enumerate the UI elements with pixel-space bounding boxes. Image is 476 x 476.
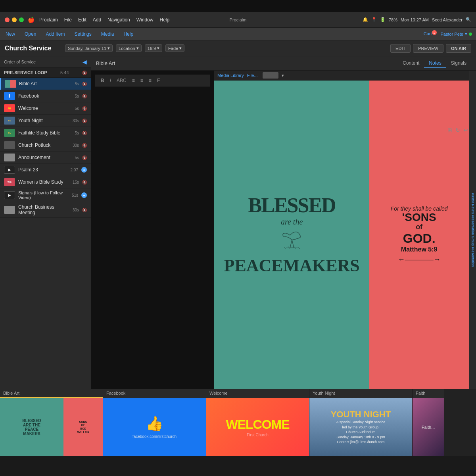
search-icon[interactable]: 🔍 bbox=[466, 17, 471, 22]
thumb-facebook[interactable]: Facebook 👍 facebook.com/firstchurch bbox=[103, 389, 206, 456]
cart-button[interactable]: Cart1 bbox=[424, 31, 437, 37]
open-button[interactable]: Open bbox=[23, 31, 38, 38]
cart-badge: 1 bbox=[432, 30, 437, 35]
abc-icon[interactable]: ABC bbox=[115, 77, 128, 84]
thumb-welcome[interactable]: Welcome WELCOME First Church bbox=[206, 389, 309, 456]
blessed-title: Blessed bbox=[224, 195, 360, 216]
menu-proclaim[interactable]: Proclaim bbox=[39, 17, 58, 23]
facebook-volume[interactable]: 🔇 bbox=[82, 94, 87, 98]
crop-icon[interactable]: ⊞ bbox=[447, 127, 452, 133]
location-dropdown[interactable]: Location ▾ bbox=[116, 44, 142, 52]
main-layout: Order of Service ◀ PRE-SERVICE LOOP 5:44… bbox=[0, 56, 476, 389]
list-icon[interactable]: ≡ bbox=[131, 77, 136, 84]
bible-art-volume[interactable]: 🔇 bbox=[82, 82, 87, 86]
file-button[interactable]: File... bbox=[247, 73, 258, 78]
potluck-volume[interactable]: 🔇 bbox=[82, 143, 87, 148]
signals-duration: 51s bbox=[72, 193, 78, 198]
thumb-youth-label: Youth Night bbox=[309, 389, 412, 398]
close-button[interactable] bbox=[5, 17, 10, 22]
sidebar-item-potluck[interactable]: Church Potluck 30s 🔇 bbox=[0, 139, 91, 152]
pastor-button[interactable]: Pastor Pete ▾ bbox=[441, 31, 472, 36]
faithlife-volume[interactable]: 🔇 bbox=[82, 131, 87, 135]
youth-night-volume[interactable]: 🔇 bbox=[82, 119, 87, 123]
undo-icon[interactable]: ↩ bbox=[463, 127, 468, 133]
business-duration: 30s bbox=[73, 208, 79, 212]
womens-bible-volume[interactable]: 🔇 bbox=[82, 180, 87, 184]
pre-service-time: 5:44 bbox=[60, 70, 69, 75]
mac-titlebar: 🍎 Proclaim File Edit Add Navigation Wind… bbox=[0, 12, 476, 28]
apple-icon: 🍎 bbox=[28, 17, 35, 23]
psalm23-circle[interactable]: ● bbox=[81, 167, 87, 173]
media-button[interactable]: Media bbox=[100, 31, 116, 38]
pre-service-volume-icon[interactable]: 🔇 bbox=[82, 71, 87, 75]
content-area: Bible Art Content Notes Signals B I ABC … bbox=[91, 56, 476, 389]
thumb-facebook-image: 👍 facebook.com/firstchurch bbox=[103, 398, 206, 456]
svg-rect-1 bbox=[10, 80, 16, 88]
welcome-volume[interactable]: 🔇 bbox=[82, 106, 87, 111]
thumb-bible-art-image: Blessedare thePeacemakers SonsofGodMatt … bbox=[0, 398, 103, 456]
media-library-button[interactable]: Media Library bbox=[217, 73, 244, 78]
preview-button[interactable]: PREVIEW bbox=[413, 44, 443, 53]
sidebar-item-announcement[interactable]: Announcement 5s 🔇 bbox=[0, 152, 91, 164]
sidebar-item-business[interactable]: Church Business Meeting 30s 🔇 bbox=[0, 202, 91, 218]
onair-button[interactable]: ON AIR bbox=[446, 44, 471, 53]
help-button[interactable]: Help bbox=[122, 31, 135, 38]
menu-edit[interactable]: Edit bbox=[78, 17, 86, 23]
maximize-button[interactable] bbox=[19, 17, 24, 22]
youth-night-name: Youth Night bbox=[18, 118, 69, 123]
sidebar-item-womens-bible[interactable]: WB Women's Bible Study 15s 🔇 bbox=[0, 176, 91, 188]
content-header: Bible Art Content Notes Signals bbox=[91, 56, 476, 71]
thumb-youth-night[interactable]: Youth Night YOUTH NIGHT A special Sunday… bbox=[309, 389, 413, 456]
italic-icon[interactable]: I bbox=[108, 77, 113, 84]
app-toolbar: New Open Add Item Settings Media Help Ca… bbox=[0, 28, 476, 40]
ratio-dropdown[interactable]: 16:9 ▾ bbox=[145, 44, 162, 52]
announcement-volume[interactable]: 🔇 bbox=[82, 155, 87, 160]
signals-circle[interactable]: ● bbox=[81, 192, 87, 198]
sidebar-item-youth-night[interactable]: YN Youth Night 30s 🔇 bbox=[0, 115, 91, 127]
sidebar-item-facebook[interactable]: f Facebook 5s 🔇 bbox=[0, 90, 91, 102]
add-item-button[interactable]: Add Item bbox=[44, 31, 66, 38]
thumb-faith[interactable]: Faith Faith... bbox=[413, 389, 444, 456]
preview-pane: Media Library File... ▾ Blessed are the bbox=[214, 71, 469, 389]
tab-content[interactable]: Content bbox=[398, 59, 424, 68]
outdent-icon[interactable]: ≡ bbox=[147, 77, 153, 84]
right-sidebar-label[interactable]: Pastor Pete's Presentation Group Present… bbox=[469, 71, 476, 389]
menu-help[interactable]: Help bbox=[159, 17, 169, 23]
service-title: Church Service bbox=[5, 45, 60, 52]
emoji-icon[interactable]: E bbox=[155, 77, 162, 84]
bold-icon[interactable]: B bbox=[99, 77, 106, 84]
date-dropdown[interactable]: Sunday, January 11 ▾ bbox=[65, 44, 113, 52]
new-button[interactable]: New bbox=[4, 31, 17, 38]
menu-navigation[interactable]: Navigation bbox=[107, 17, 130, 23]
tab-signals[interactable]: Signals bbox=[446, 59, 471, 68]
dropdown-arrow[interactable]: ▾ bbox=[282, 73, 284, 78]
thumb-bible-art[interactable]: Bible Art Blessedare thePeacemakers Sons… bbox=[0, 389, 103, 456]
preview-toolbar: Media Library File... ▾ bbox=[214, 71, 469, 81]
menu-window[interactable]: Window bbox=[136, 17, 154, 23]
menu-file[interactable]: File bbox=[64, 17, 72, 23]
notes-textarea[interactable] bbox=[95, 87, 210, 198]
sidebar-item-bible-art[interactable]: Bible Art 5s 🔇 bbox=[0, 78, 91, 90]
color-picker[interactable] bbox=[263, 72, 278, 79]
refresh-icon[interactable]: ↻ bbox=[455, 127, 460, 133]
tab-notes[interactable]: Notes bbox=[424, 59, 446, 68]
sidebar-collapse-button[interactable]: ◀ bbox=[83, 59, 87, 65]
sidebar-item-psalm23[interactable]: ▶ Psalm 23 2:07 ● bbox=[0, 164, 91, 176]
header-actions: EDIT PREVIEW ON AIR bbox=[390, 44, 471, 53]
sidebar-item-signals[interactable]: ▶ Signals (How to Follow Video) 51s ● bbox=[0, 188, 91, 202]
indent-icon[interactable]: ≡ bbox=[139, 77, 145, 84]
settings-button[interactable]: Settings bbox=[73, 31, 93, 38]
thumb-facebook-label: Facebook bbox=[103, 389, 206, 398]
text-toolbar: B I ABC ≡ ≡ ≡ E bbox=[95, 75, 210, 87]
minimize-button[interactable] bbox=[12, 17, 17, 22]
business-volume[interactable]: 🔇 bbox=[82, 208, 87, 212]
sidebar-item-welcome[interactable]: W Welcome 5s 🔇 bbox=[0, 102, 91, 115]
facebook-duration: 5s bbox=[75, 94, 79, 98]
menu-add[interactable]: Add bbox=[93, 17, 101, 23]
sidebar-item-faithlife[interactable]: FL Faithlife Study Bible 5s 🔇 bbox=[0, 127, 91, 139]
transition-dropdown[interactable]: Fade ▾ bbox=[165, 44, 184, 52]
edit-button[interactable]: EDIT bbox=[390, 44, 411, 53]
bible-art-left: Blessed are the bbox=[214, 81, 369, 389]
potluck-thumb bbox=[4, 141, 15, 149]
order-label: Order of Service bbox=[4, 60, 36, 64]
